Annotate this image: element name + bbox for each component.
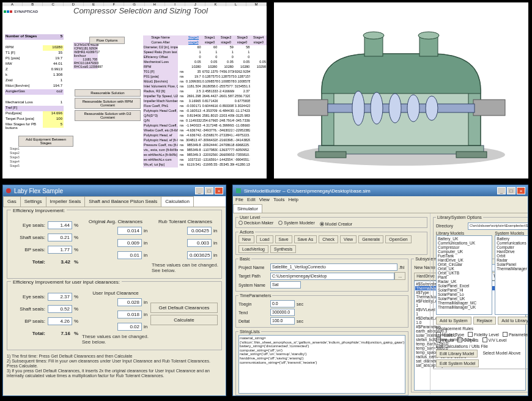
action-button[interactable]: Synthesis bbox=[270, 245, 296, 253]
clearance-value[interactable]: 0.00425 bbox=[187, 227, 212, 235]
stringlists-textbox[interactable]: material_string={'silicon','thin_sheet_a… bbox=[238, 335, 405, 394]
action-button[interactable]: New bbox=[238, 235, 254, 243]
clearance-value[interactable]: 0.21 bbox=[48, 234, 72, 241]
action-button[interactable]: Load bbox=[256, 235, 273, 243]
minimize-button[interactable]: _ bbox=[497, 187, 506, 194]
svg-rect-14 bbox=[316, 152, 346, 158]
menu-item[interactable]: File bbox=[235, 197, 243, 202]
laby-tab[interactable]: Calculation bbox=[161, 196, 194, 207]
edit-model-button[interactable]: Edit System Model bbox=[436, 359, 479, 367]
action-button[interactable]: OpenGen bbox=[385, 235, 411, 243]
menu-item[interactable]: View bbox=[259, 197, 270, 202]
solution-button[interactable]: Reasonable Solution bbox=[75, 89, 141, 97]
clearance-value[interactable]: 0.018 bbox=[117, 311, 142, 318]
close-button[interactable]: × bbox=[215, 187, 223, 194]
solution-button[interactable]: Reasonable Solution with RPM Constant bbox=[75, 98, 141, 109]
menu-item[interactable]: Edit bbox=[247, 197, 256, 202]
efficiency-improvement-group: Efficiency Improvement: Eye seals:1.44%S… bbox=[7, 210, 222, 279]
clearance-value[interactable]: 0.02 bbox=[117, 323, 142, 331]
library-models-listbox[interactable]: Battery_UKCommunications_UKCompressorCom… bbox=[436, 235, 492, 315]
project-name-input[interactable]: Satellite_1_VerilogConnecto bbox=[270, 263, 397, 271]
clearance-value[interactable]: 1.44 bbox=[48, 221, 72, 229]
clearance-value[interactable]: 1.77 bbox=[48, 246, 72, 254]
excel-input-row[interactable]: Zstd1 bbox=[5, 78, 64, 84]
solution-button[interactable]: Reasonable Solution with D2 Constant bbox=[75, 110, 141, 121]
clearance-value[interactable]: 0.028 bbox=[117, 298, 142, 306]
menu-item[interactable]: Help bbox=[289, 197, 298, 202]
replacement-rule-checkbox[interactable]: Model Type bbox=[436, 332, 464, 337]
replacement-rule-checkbox[interactable]: Parameters bbox=[503, 332, 528, 337]
values-note-2: These values can be changed. See below. bbox=[81, 333, 150, 346]
excel-input-row[interactable]: AungierGasco2 bbox=[5, 89, 64, 95]
clearance-value[interactable]: 0.009 bbox=[117, 239, 142, 247]
simulator-tab[interactable]: Simulator bbox=[233, 204, 262, 213]
minimize-button[interactable]: _ bbox=[195, 187, 204, 194]
user-level-radio[interactable]: System Modeler bbox=[278, 221, 315, 225]
target-path-input[interactable]: C:\Users\pmenegay\Desktop bbox=[270, 273, 394, 280]
excel-input-row[interactable]: Number of Stages5 bbox=[5, 34, 64, 40]
library-dir-input[interactable]: C\src\dsbuser\scrip\sim\Examples\ex\Sate… bbox=[468, 223, 528, 230]
clearance-value[interactable]: 0.01 bbox=[117, 251, 142, 259]
laby-tab[interactable]: Gas bbox=[3, 196, 21, 207]
excel-input-row[interactable]: T1 [F]35 bbox=[5, 51, 64, 56]
action-button[interactable]: View bbox=[340, 235, 357, 243]
system-name-input[interactable]: Sat bbox=[270, 281, 301, 289]
laby-tab[interactable]: Settings bbox=[20, 196, 46, 207]
library-action-button[interactable]: Add to Library bbox=[498, 317, 528, 325]
tend-input[interactable]: 300000.0 bbox=[270, 309, 295, 316]
excel-input-row[interactable]: Z0.9913 bbox=[5, 67, 64, 73]
stage-list: Stage1Stage2Stage3Stage4Stage5 bbox=[5, 147, 20, 168]
library-action-button[interactable]: Replace bbox=[473, 317, 497, 325]
clearance-value[interactable]: 0.003 bbox=[187, 239, 212, 247]
library-action-button[interactable]: Add to System bbox=[436, 317, 471, 325]
deltat-input[interactable]: 100.0 bbox=[270, 317, 295, 325]
clearance-value[interactable]: 0.52 bbox=[48, 305, 72, 313]
replacement-rule-checkbox[interactable]: V/V Level bbox=[482, 337, 507, 342]
excel-input-row[interactable]: RPM10280 bbox=[5, 45, 64, 51]
excel-input-row[interactable]: Pstd[psia]14.696 bbox=[5, 111, 64, 117]
excel-input-row[interactable]: Max Stages for PB buttons5 bbox=[5, 122, 64, 128]
menu-item[interactable]: Tools bbox=[273, 197, 285, 202]
replacement-rule-checkbox[interactable]: Inputs bbox=[436, 337, 454, 342]
excel-input-row[interactable]: Tref [F] bbox=[5, 106, 64, 111]
clearance-value[interactable]: 0.003625 bbox=[187, 251, 212, 259]
action-button[interactable]: LoadVerilog bbox=[238, 245, 268, 253]
action-button[interactable]: Save As bbox=[294, 235, 317, 243]
edit-model-button[interactable]: Select Model Above bbox=[479, 350, 523, 358]
action-button[interactable]: Generate bbox=[358, 235, 383, 243]
smb-menubar[interactable]: FileEditViewToolsHelp bbox=[233, 196, 528, 204]
calculate-button[interactable]: Calculate bbox=[150, 315, 218, 325]
tbegin-input[interactable]: 0.0 bbox=[270, 300, 295, 307]
clearance-value[interactable]: 2.37 bbox=[48, 293, 72, 301]
browse-button[interactable]: ... bbox=[394, 272, 405, 280]
user-level-radio[interactable]: Model Creator bbox=[320, 222, 352, 226]
laby-tab[interactable]: Impeller Seals bbox=[46, 196, 86, 207]
clearance-value[interactable]: 4.26 bbox=[48, 317, 72, 325]
excel-input-row[interactable] bbox=[5, 40, 64, 45]
clearance-value[interactable]: 0.014 bbox=[117, 227, 142, 235]
values-note: These values can be changed. See below. bbox=[150, 261, 220, 274]
get-default-clearances-button[interactable]: Get Default Clearances bbox=[150, 303, 218, 313]
excel-input-row[interactable]: Target Pout [psia]100 bbox=[5, 117, 64, 122]
excel-input-row[interactable]: Mdot [lbm/min]194.7 bbox=[5, 84, 64, 89]
excel-input-row[interactable]: Mechanical Loss1 bbox=[5, 100, 64, 106]
maximize-button[interactable]: □ bbox=[507, 187, 515, 194]
action-button[interactable]: Save bbox=[275, 235, 292, 243]
add-equipment-button[interactable]: Add Equipment Between Stages bbox=[18, 136, 73, 147]
user-level-radio[interactable]: Decision Maker bbox=[238, 221, 273, 225]
excel-input-row[interactable]: P1 [psia]19.7 bbox=[5, 56, 64, 62]
flow-options-button[interactable]: Flow Options bbox=[89, 37, 125, 44]
laby-tab[interactable]: Shaft and Balance Piston Seals bbox=[84, 196, 161, 207]
system-models-listbox[interactable]: BatteryCommunicationsComputerHardDriveOr… bbox=[495, 235, 528, 315]
maximize-button[interactable]: □ bbox=[205, 187, 213, 194]
replacement-rule-checkbox[interactable]: Fidelity Level bbox=[468, 332, 499, 337]
action-button[interactable]: Check bbox=[319, 235, 338, 243]
excel-input-row[interactable]: k1.308 bbox=[5, 73, 64, 78]
replacement-rule-checkbox[interactable]: Outputs bbox=[457, 337, 479, 342]
laby-tabs: GasSettingsImpeller SealsShaft and Balan… bbox=[3, 196, 226, 207]
user-input-hdr: User Input Clearance bbox=[81, 290, 150, 296]
edit-model-button[interactable]: Edit Library Model bbox=[436, 350, 478, 358]
close-button[interactable]: × bbox=[517, 187, 525, 194]
excel-input-row[interactable]: MW44.01 bbox=[5, 62, 64, 67]
excel-input-row[interactable] bbox=[5, 95, 64, 100]
